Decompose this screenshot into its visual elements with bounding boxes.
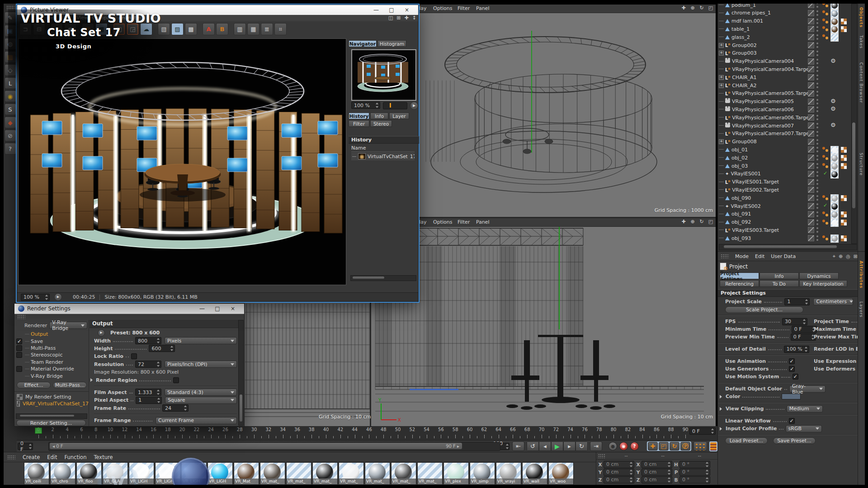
tab-filter[interactable]: Filter bbox=[349, 120, 369, 127]
table-view-icon[interactable]: ▦ bbox=[247, 23, 259, 35]
render-toggle[interactable] bbox=[808, 42, 814, 48]
attr-dropdown[interactable]: sRGB bbox=[786, 425, 822, 432]
material-drag-handle[interactable] bbox=[7, 455, 15, 460]
render-toggle[interactable] bbox=[808, 66, 814, 72]
render-toggle[interactable] bbox=[808, 34, 814, 40]
maximize-button[interactable]: □ bbox=[384, 7, 399, 13]
output-unit-dropdown[interactable]: Pixels bbox=[165, 337, 237, 344]
status-play-button[interactable]: ▶ bbox=[54, 293, 62, 301]
expand-icon[interactable]: + bbox=[719, 51, 724, 56]
render-toggle[interactable] bbox=[808, 18, 814, 24]
move-tool-button[interactable]: ✚ bbox=[648, 442, 658, 450]
object-row[interactable]: obj_091 bbox=[718, 210, 850, 218]
visibility-dots[interactable] bbox=[816, 34, 818, 40]
texture-tag-icon[interactable] bbox=[840, 219, 847, 226]
visibility-dots[interactable] bbox=[816, 123, 818, 128]
expand-icon[interactable]: + bbox=[719, 139, 724, 144]
material-tile[interactable]: VR_mat_ bbox=[260, 462, 285, 485]
menu-panel[interactable]: Panel bbox=[476, 219, 490, 225]
render-toggle[interactable] bbox=[808, 179, 814, 185]
navigator-expand-button[interactable]: ▶ bbox=[410, 102, 418, 110]
range-end-handle[interactable]: 90 F ▸ bbox=[446, 444, 459, 449]
go-to-end-button[interactable]: ⇥ bbox=[590, 441, 602, 451]
material-tile[interactable]: VR_simp bbox=[470, 462, 495, 485]
pan-icon[interactable]: ✚ bbox=[680, 219, 687, 225]
coord-header[interactable]: -- bbox=[681, 453, 718, 458]
output-value-field[interactable]: 24 bbox=[162, 404, 189, 412]
attr-value-field[interactable]: 100 % bbox=[784, 346, 809, 353]
render-toggle[interactable] bbox=[808, 90, 814, 97]
expand-icon[interactable]: + bbox=[719, 75, 724, 80]
lock-icon[interactable]: ⊕ bbox=[839, 253, 843, 259]
effect-button[interactable]: Effect... bbox=[17, 382, 51, 389]
render-toggle[interactable] bbox=[808, 10, 814, 16]
tab-layer[interactable]: Layer bbox=[389, 113, 409, 119]
material-tile[interactable]: VR_woo bbox=[548, 462, 574, 485]
object-row[interactable]: LoVRayPhysicalCamera006.Target bbox=[718, 113, 850, 122]
disclosure-arrow[interactable] bbox=[720, 395, 724, 399]
material-thumbnail[interactable] bbox=[830, 170, 839, 178]
visibility-dots[interactable] bbox=[816, 147, 818, 152]
rs-vscrollbar[interactable] bbox=[238, 320, 244, 426]
coord-value-field[interactable]: 0 cm bbox=[604, 461, 634, 468]
chain-icon[interactable]: ⊘ bbox=[5, 130, 16, 141]
coord-value-field[interactable]: 0 ° bbox=[679, 461, 710, 468]
material-thumbnail[interactable] bbox=[830, 146, 839, 154]
side-tab-objects[interactable]: Objects bbox=[859, 7, 863, 28]
tab-info[interactable]: Info bbox=[370, 113, 388, 119]
minimize-button[interactable]: — bbox=[368, 7, 384, 13]
attr-value-field[interactable]: 0 F bbox=[791, 333, 816, 341]
render-toggle[interactable] bbox=[808, 163, 814, 169]
visibility-dots[interactable] bbox=[816, 4, 818, 8]
menu-filter[interactable]: Filter bbox=[458, 219, 470, 225]
visibility-dots[interactable] bbox=[816, 59, 818, 64]
go-to-start-button[interactable]: ⇤ bbox=[512, 441, 524, 451]
sphere-icon[interactable]: ◍ bbox=[5, 38, 16, 50]
material-tile[interactable]: VR_Mat bbox=[234, 462, 259, 485]
attr-dropdown[interactable]: Medium bbox=[787, 405, 823, 413]
renderer-dropdown[interactable]: V-Ray Bridge bbox=[49, 322, 87, 329]
scale-tool-button[interactable]: ◰ bbox=[659, 442, 669, 450]
object-row[interactable]: +LoGroup003 bbox=[718, 49, 850, 57]
minimize-button[interactable]: — bbox=[194, 305, 210, 312]
render-toggle[interactable] bbox=[808, 99, 814, 105]
render-toggle[interactable] bbox=[808, 195, 814, 201]
zoom-icon[interactable]: ⊕ bbox=[689, 5, 696, 11]
texture-tag-icon[interactable] bbox=[840, 195, 847, 202]
material-tile[interactable]: VR_mat_ bbox=[391, 462, 416, 485]
material-tile[interactable]: VR_mat_ bbox=[365, 462, 390, 485]
render-toggle[interactable] bbox=[808, 171, 814, 177]
menu-create[interactable]: Create bbox=[23, 454, 40, 460]
object-row[interactable]: ✦VRayIES001✓ bbox=[718, 170, 850, 178]
material-tile[interactable]: VR_plex bbox=[443, 462, 469, 485]
material-thumbnail[interactable] bbox=[830, 202, 839, 211]
render-toggle[interactable] bbox=[808, 50, 814, 56]
rs-tree-item[interactable]: ✓Save bbox=[14, 338, 89, 344]
menu-options[interactable]: Options bbox=[433, 5, 452, 11]
visibility-dots[interactable] bbox=[816, 179, 818, 185]
current-frame-field[interactable]: 0 F bbox=[18, 443, 33, 450]
menu-function[interactable]: Function bbox=[65, 454, 87, 460]
play-backwards-button[interactable]: ↺ bbox=[527, 441, 539, 451]
object-row[interactable]: obj_02 bbox=[718, 154, 850, 162]
cube-icon[interactable]: ▣ bbox=[5, 25, 16, 37]
object-row[interactable]: obj_03 bbox=[718, 162, 850, 170]
visibility-dots[interactable] bbox=[816, 163, 818, 169]
checkbox[interactable] bbox=[16, 352, 22, 358]
object-row[interactable]: podium_1 bbox=[718, 4, 850, 9]
camera-tag-icon[interactable]: ⚙ bbox=[830, 105, 836, 112]
object-row[interactable]: +LoGroup002 bbox=[718, 41, 850, 49]
texture-tag-icon[interactable] bbox=[840, 235, 847, 242]
keyframe-help-button[interactable]: ? bbox=[630, 442, 639, 450]
material-thumbnail[interactable] bbox=[830, 25, 839, 33]
bucket-icon[interactable]: ◆ bbox=[5, 117, 16, 128]
coord-value-field[interactable]: 0 cm bbox=[642, 461, 672, 468]
load-preset-button[interactable]: Load Preset... bbox=[725, 437, 768, 444]
sidebar-hscrollbar[interactable] bbox=[350, 275, 416, 281]
navigator-zoom-field[interactable]: 100 % bbox=[351, 102, 380, 109]
texture-tag-icon[interactable] bbox=[840, 18, 847, 25]
tab-dynamics[interactable]: Dynamics bbox=[799, 272, 839, 279]
coord-value-field[interactable]: 0 cm bbox=[642, 469, 672, 476]
object-row[interactable]: VRayPhysicalCamera007⚙ bbox=[718, 122, 850, 130]
object-row[interactable]: LoVRayIES001.Target bbox=[718, 178, 850, 186]
